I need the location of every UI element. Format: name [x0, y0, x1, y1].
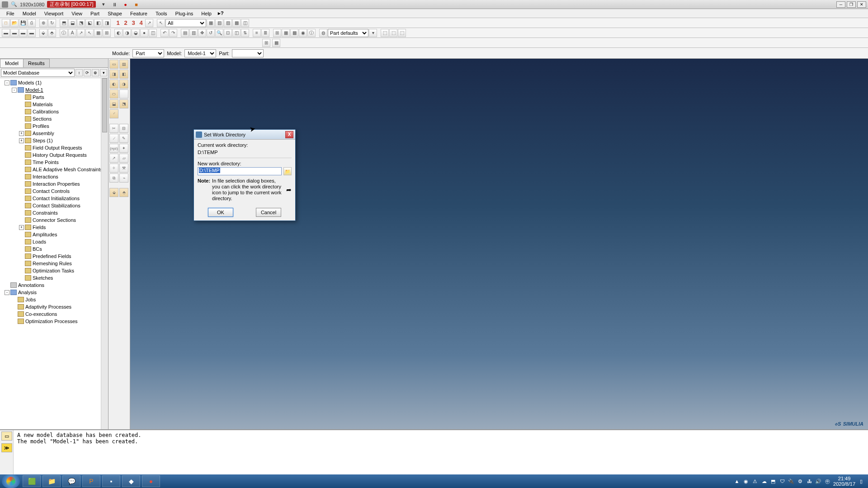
tray-6-icon[interactable]: 🔌: [788, 478, 794, 484]
open-button[interactable]: 📂: [10, 19, 19, 27]
shade-1-button[interactable]: ▬: [2, 29, 10, 37]
module-select[interactable]: Part: [132, 49, 164, 57]
menu-viewport[interactable]: Viewport: [41, 10, 67, 17]
tree-node[interactable]: Contact Initializations: [0, 195, 108, 202]
model-tree[interactable]: -Models (1)-Model-1PartsMaterialsCalibra…: [0, 78, 108, 429]
tree-node[interactable]: Optimization Processes: [0, 318, 108, 325]
view-2[interactable]: 2: [122, 19, 129, 26]
print-button[interactable]: ⎙: [28, 19, 36, 27]
tab-model[interactable]: Model: [0, 59, 24, 67]
menu-plugins[interactable]: Plug-ins: [172, 10, 197, 17]
view-3[interactable]: 3: [130, 19, 137, 26]
stop-icon[interactable]: ■: [133, 1, 139, 8]
tree-node[interactable]: +Fields: [0, 224, 108, 231]
tray-end-icon[interactable]: ▯: [858, 478, 864, 484]
tray-1-icon[interactable]: ◉: [743, 478, 749, 484]
tree-node[interactable]: Contact Stabilizations: [0, 202, 108, 209]
db-btn-1[interactable]: ↕: [75, 69, 83, 76]
tray-lang-icon[interactable]: ㊥: [824, 478, 830, 484]
tray-4-icon[interactable]: ⬒: [770, 478, 776, 484]
view-back-button[interactable]: ⬓: [68, 19, 76, 27]
tray-2-icon[interactable]: ⚠: [752, 478, 758, 484]
cancel-button[interactable]: Cancel: [256, 208, 281, 217]
record-icon[interactable]: ●: [122, 1, 128, 8]
e1-button[interactable]: ≡: [253, 29, 261, 37]
browse-button[interactable]: 📁: [283, 167, 292, 175]
tool-round[interactable]: ◜: [109, 109, 118, 118]
expand-toggle[interactable]: +: [19, 131, 24, 136]
db-btn-4[interactable]: ▾: [100, 69, 107, 76]
e2-button[interactable]: ≣: [261, 29, 269, 37]
task-cmd[interactable]: ▪: [102, 475, 120, 487]
tray-5-icon[interactable]: 🛡: [779, 478, 785, 484]
menu-part[interactable]: Part: [87, 10, 103, 17]
d4-button[interactable]: ↺: [207, 29, 215, 37]
tree-node[interactable]: +Steps (1): [0, 137, 108, 144]
task-recorder[interactable]: ●: [142, 475, 160, 487]
sel-c-button[interactable]: ▨: [224, 19, 232, 27]
tree-node[interactable]: Jobs: [0, 296, 108, 303]
model-select[interactable]: Model-1: [184, 49, 216, 57]
tree-node[interactable]: Time Points: [0, 159, 108, 166]
dropdown-icon[interactable]: ▾: [100, 1, 107, 8]
view-front-button[interactable]: ⬒: [60, 19, 68, 27]
tree-scrollbar[interactable]: [101, 78, 108, 429]
tree-node[interactable]: -Model-1: [0, 86, 108, 94]
c2-button[interactable]: ◑: [123, 29, 131, 37]
tool-shell-revolve[interactable]: ◑: [119, 80, 128, 89]
extra2-button[interactable]: ▦: [272, 39, 280, 47]
tool-datum-csys[interactable]: (xyz): [109, 144, 118, 153]
menu-tools[interactable]: Tools: [152, 10, 171, 17]
d3-button[interactable]: ✥: [198, 29, 206, 37]
annot-button[interactable]: A: [68, 29, 76, 37]
tree-node[interactable]: Materials: [0, 101, 108, 108]
grid-button[interactable]: ⊞: [103, 29, 111, 37]
task-app1[interactable]: 🟩: [23, 475, 41, 487]
tree-node[interactable]: Annotations: [0, 282, 108, 289]
tree-node[interactable]: ALE Adaptive Mesh Constraints: [0, 166, 108, 173]
tool-cut-extrude[interactable]: ⬓: [109, 99, 118, 108]
color-button[interactable]: ▾: [369, 29, 377, 37]
c3-button[interactable]: ◒: [132, 29, 140, 37]
part-select[interactable]: [232, 49, 264, 57]
tree-node[interactable]: Interaction Properties: [0, 180, 108, 188]
dialog-close-button[interactable]: X: [285, 131, 293, 138]
view-left-button[interactable]: ◧: [94, 19, 102, 27]
tool-remove-face[interactable]: ✧: [109, 164, 118, 173]
tool-datum-plane[interactable]: ▱: [119, 154, 128, 163]
shade-2-button[interactable]: ▬: [10, 29, 19, 37]
tree-node[interactable]: +Assembly: [0, 130, 108, 137]
tool-solid-sweep[interactable]: ⬭: [109, 89, 118, 99]
tool-datum-axis[interactable]: ↗: [109, 154, 118, 163]
sel-a-button[interactable]: ▦: [207, 19, 215, 27]
task-wechat[interactable]: 💬: [62, 475, 80, 487]
arrow2-button[interactable]: ↖: [85, 29, 94, 37]
tool-partition-edge[interactable]: ⟋: [109, 134, 118, 143]
f2-button[interactable]: ▦: [282, 29, 290, 37]
tree-node[interactable]: Interactions: [0, 173, 108, 180]
tree-node[interactable]: Adaptivity Processes: [0, 303, 108, 310]
appclose-button[interactable]: ✕: [857, 1, 866, 8]
tree-node[interactable]: Remeshing Rules: [0, 260, 108, 267]
sel-e-button[interactable]: ◫: [241, 19, 249, 27]
query-button[interactable]: ⓘ: [60, 29, 68, 37]
tool-partition-cell[interactable]: ⊟: [119, 124, 128, 133]
view-cycle-button[interactable]: ↗: [145, 19, 153, 27]
tree-node[interactable]: -Analysis: [0, 289, 108, 296]
tree-node[interactable]: History Output Requests: [0, 151, 108, 159]
tool-solid-extrude[interactable]: ◨: [109, 70, 118, 79]
tray-volume-icon[interactable]: 🔊: [815, 478, 821, 484]
tool-shell-extrude[interactable]: ◧: [119, 70, 128, 79]
menu-feature[interactable]: Feature: [127, 10, 151, 17]
expand-toggle[interactable]: -: [5, 290, 9, 295]
tree-node[interactable]: Calibrations: [0, 108, 108, 115]
tool-stitch[interactable]: ⌁: [119, 174, 128, 183]
tool-datum-point[interactable]: ✦: [119, 144, 128, 153]
tree-node[interactable]: Contact Controls: [0, 188, 108, 195]
f4-button[interactable]: ◉: [299, 29, 307, 37]
ok-button[interactable]: OK: [208, 208, 233, 217]
tree-node[interactable]: Loads: [0, 238, 108, 245]
view-bottom-button[interactable]: ⬕: [85, 19, 94, 27]
tree-node[interactable]: BCs: [0, 245, 108, 253]
tool-create-part[interactable]: ▭: [109, 60, 118, 69]
